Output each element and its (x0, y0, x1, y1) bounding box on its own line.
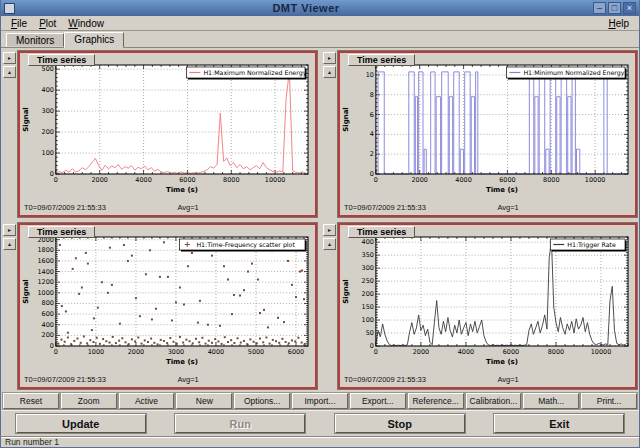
menu-plot[interactable]: Plot (33, 18, 62, 29)
plot-footer: T0=09/07/2009 21:55:33 Avg=1 (340, 201, 635, 213)
svg-text:300: 300 (42, 107, 54, 115)
svg-text:Time (s): Time (s) (486, 358, 518, 366)
svg-text:Signal: Signal (342, 107, 350, 131)
plot-tab-time-series[interactable]: Time series (348, 54, 415, 66)
pane-arrow-up-icon[interactable]: ▴ (3, 238, 16, 250)
svg-text:50: 50 (366, 329, 374, 337)
svg-text:1800: 1800 (37, 246, 53, 254)
window-icon (4, 3, 15, 14)
plot-panel: Time series 0100020003000400050006000020… (18, 223, 317, 389)
svg-text:2000: 2000 (412, 176, 428, 184)
close-icon[interactable]: × (623, 2, 636, 14)
svg-text:100: 100 (362, 316, 374, 324)
svg-text:0: 0 (374, 348, 378, 356)
max-normalized-energy-chart[interactable]: 02000400060008000100000100200300400500Ti… (20, 57, 315, 201)
tab-graphics[interactable]: Graphics (64, 32, 124, 48)
exit-button[interactable]: Exit (494, 414, 624, 433)
svg-text:500: 500 (42, 65, 54, 73)
titlebar: DMT Viewer – □ × (1, 0, 639, 16)
svg-text:2000: 2000 (92, 176, 108, 184)
svg-text:800: 800 (42, 299, 54, 307)
svg-text:Time (s): Time (s) (486, 186, 518, 194)
pane-arrow-right-icon[interactable]: ▸ (3, 52, 16, 64)
plot-footer: T0=09/07/2009 21:55:33 Avg=1 (340, 373, 635, 385)
svg-text:1000: 1000 (88, 348, 104, 356)
svg-text:10000: 10000 (591, 348, 612, 356)
menu-help[interactable]: Help (602, 18, 635, 29)
svg-text:8: 8 (370, 91, 374, 99)
maximize-icon[interactable]: □ (608, 2, 621, 14)
pane-controls: ▸ ▴ (3, 51, 16, 217)
avg-label: Avg=1 (497, 375, 518, 384)
update-button[interactable]: Update (16, 414, 146, 433)
svg-text:Signal: Signal (22, 279, 30, 303)
import-button[interactable]: Import... (292, 393, 348, 409)
math-button[interactable]: Math... (523, 393, 579, 409)
plot-panel: Time series 0200040006000800010000050100… (338, 223, 637, 389)
plot-quadrant-top-left: ▸ ▴ Time series 020004000600080001000001… (1, 48, 321, 220)
plot-quadrant-top-right: ▸ ▴ Time series 020004000600080001000002… (321, 48, 640, 220)
pane-arrow-right-icon[interactable]: ▸ (323, 224, 336, 236)
tab-monitors[interactable]: Monitors (6, 33, 64, 47)
svg-text:600: 600 (42, 310, 54, 318)
pane-controls: ▸ ▴ (3, 223, 16, 389)
svg-text:200: 200 (42, 128, 54, 136)
print-button[interactable]: Print... (581, 393, 637, 409)
plot-toolbar: Reset Zoom Active New Options... Import.… (1, 392, 639, 410)
plot-tab-time-series[interactable]: Time series (348, 226, 415, 238)
options-button[interactable]: Options... (234, 393, 290, 409)
svg-text:200: 200 (362, 290, 374, 298)
new-button[interactable]: New (176, 393, 232, 409)
svg-text:8000: 8000 (223, 176, 239, 184)
minimize-icon[interactable]: – (593, 2, 606, 14)
pane-arrow-up-icon[interactable]: ▴ (323, 238, 336, 250)
active-button[interactable]: Active (119, 393, 175, 409)
calibration-button[interactable]: Calibration... (466, 393, 522, 409)
plot-panel: Time series 0200040006000800010000010020… (18, 51, 317, 217)
plot-panel: Time series 0200040006000800010000024681… (338, 51, 637, 217)
svg-text:0: 0 (370, 342, 374, 350)
plot-tab-time-series[interactable]: Time series (28, 54, 95, 66)
trigger-rate-chart[interactable]: 0200040006000800010000050100150200250300… (340, 229, 635, 373)
svg-text:250: 250 (362, 277, 374, 285)
svg-text:H1:Maximum Normalized Energy: H1:Maximum Normalized Energy (203, 69, 306, 77)
svg-text:10: 10 (366, 71, 374, 79)
stop-button[interactable]: Stop (335, 414, 465, 433)
pane-arrow-up-icon[interactable]: ▴ (323, 66, 336, 78)
svg-text:350: 350 (362, 251, 374, 259)
zoom-button[interactable]: Zoom (61, 393, 117, 409)
plot-tab-time-series[interactable]: Time series (28, 226, 95, 238)
svg-text:6000: 6000 (179, 176, 195, 184)
menu-file[interactable]: File (5, 18, 33, 29)
svg-text:0: 0 (54, 176, 58, 184)
pane-arrow-right-icon[interactable]: ▸ (323, 52, 336, 64)
pane-controls: ▸ ▴ (323, 223, 336, 389)
svg-text:2000: 2000 (413, 348, 429, 356)
svg-text:1600: 1600 (37, 257, 53, 265)
pane-arrow-right-icon[interactable]: ▸ (3, 224, 16, 236)
svg-text:4000: 4000 (135, 176, 151, 184)
t0-label: T0=09/07/2009 21:55:33 (344, 203, 497, 212)
pane-controls: ▸ ▴ (323, 51, 336, 217)
avg-label: Avg=1 (177, 375, 198, 384)
svg-text:2000: 2000 (128, 348, 144, 356)
svg-text:4000: 4000 (455, 176, 471, 184)
pane-arrow-up-icon[interactable]: ▴ (3, 66, 16, 78)
window-title: DMT Viewer (19, 2, 593, 14)
min-normalized-energy-chart[interactable]: 02000400060008000100000246810Time (s)Sig… (340, 57, 635, 201)
svg-text:2: 2 (370, 150, 374, 158)
export-button[interactable]: Export... (350, 393, 406, 409)
svg-text:100: 100 (42, 149, 54, 157)
window-controls: – □ × (593, 2, 636, 14)
menu-window[interactable]: Window (62, 18, 110, 29)
svg-text:H1:Minimum Normalized Energy: H1:Minimum Normalized Energy (523, 69, 624, 77)
avg-label: Avg=1 (177, 203, 198, 212)
svg-text:0: 0 (374, 176, 378, 184)
menubar: File Plot Window Help (1, 16, 639, 31)
reset-button[interactable]: Reset (3, 393, 59, 409)
status-text: Run number 1 (5, 437, 59, 447)
reference-button[interactable]: Reference... (408, 393, 464, 409)
time-frequency-scatter-chart[interactable]: 0100020003000400050006000020040060080010… (20, 229, 315, 373)
svg-text:Time (s): Time (s) (166, 186, 198, 194)
tab-bar: Monitors Graphics (1, 31, 639, 48)
